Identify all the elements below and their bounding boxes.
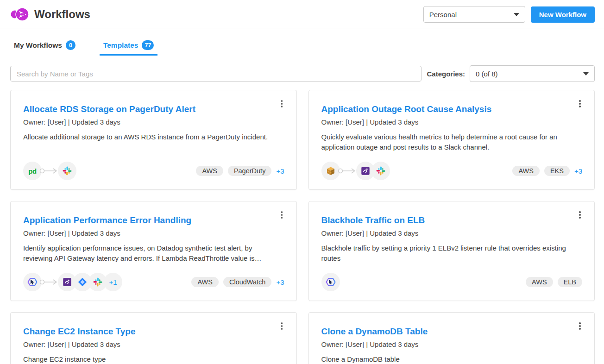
tag-strip: AWSEKS+3	[512, 166, 582, 176]
tag-pill[interactable]: AWS	[196, 166, 223, 176]
workspace-select-value: Personal	[429, 11, 457, 19]
workflow-title-link[interactable]: Allocate RDS Storage on PagerDuty Alert	[23, 104, 284, 114]
kebab-menu-button[interactable]	[575, 98, 585, 110]
search-input[interactable]	[10, 66, 422, 82]
more-integrations-badge[interactable]: +1	[104, 273, 122, 291]
workflow-description: Allocate additional storage to an AWS RD…	[23, 132, 284, 142]
tag-pill[interactable]: EKS	[544, 166, 570, 176]
workspace-select[interactable]: Personal	[423, 6, 525, 23]
workflow-owner-line: Owner: [User] | Updated 3 days	[23, 118, 284, 126]
workflow-owner-line: Owner: [User] | Updated 3 days	[23, 229, 284, 237]
chevron-down-icon	[514, 13, 519, 16]
categories-label: Categories:	[427, 70, 465, 78]
page-title: Workflows	[34, 8, 90, 21]
tag-pill[interactable]: PagerDuty	[228, 166, 272, 176]
workflow-card: Blackhole Traffic on ELB Owner: [User] |…	[308, 201, 595, 301]
pagerduty-icon: pd	[23, 162, 42, 180]
workflow-title-link[interactable]: Change EC2 Instance Type	[23, 326, 284, 337]
aws-icon	[321, 162, 340, 180]
integration-icon-strip	[321, 162, 390, 180]
tag-strip: AWSCloudWatch+3	[191, 277, 284, 287]
kebab-menu-button[interactable]	[277, 98, 287, 110]
kebab-menu-button[interactable]	[575, 209, 585, 221]
more-tags-count[interactable]: +3	[276, 278, 284, 286]
categories-select[interactable]: 0 (of 8)	[470, 65, 595, 82]
workflow-owner-line: Owner: [User] | Updated 3 days	[321, 118, 583, 126]
kebab-menu-button[interactable]	[277, 320, 287, 332]
tag-pill[interactable]: CloudWatch	[223, 277, 271, 287]
workflow-description: Change EC2 instance type	[23, 354, 284, 364]
workflow-description: Identify application performance issues,…	[23, 243, 284, 264]
tab-label: Templates	[103, 41, 138, 50]
page-header: Workflows Personal New Workflow	[0, 0, 604, 29]
workflow-description: Quickly evaluate various health metrics …	[321, 132, 583, 152]
slack-icon	[371, 162, 390, 180]
tab-my-workflows[interactable]: My Workflows 0	[10, 38, 79, 56]
workflow-card-grid: Allocate RDS Storage on PagerDuty Alert …	[0, 82, 604, 364]
workflow-owner-line: Owner: [User] | Updated 3 days	[23, 340, 284, 348]
connector-arrow-icon	[39, 168, 59, 174]
more-tags-count[interactable]: +3	[276, 167, 284, 175]
integration-icon-strip	[321, 273, 340, 291]
slack-icon	[58, 162, 76, 180]
more-tags-count[interactable]: +3	[574, 167, 582, 175]
tab-count-badge: 0	[66, 40, 76, 50]
tab-count-badge: 77	[142, 40, 154, 50]
workflow-owner-line: Owner: [User] | Updated 3 days	[321, 340, 583, 348]
workflow-title-link[interactable]: Clone a DynamoDB Table	[321, 326, 583, 337]
app-logo-icon	[10, 6, 30, 23]
new-workflow-button[interactable]: New Workflow	[531, 6, 595, 23]
workflow-card: Clone a DynamoDB Table Owner: [User] | U…	[308, 312, 595, 364]
hexagon-cursor-icon	[321, 273, 340, 291]
tab-label: My Workflows	[14, 41, 62, 50]
tag-strip: AWSPagerDuty+3	[196, 166, 284, 176]
chevron-down-icon	[583, 72, 589, 75]
connector-arrow-icon	[338, 168, 357, 174]
workflow-card: Change EC2 Instance Type Owner: [User] |…	[10, 312, 297, 364]
workflow-title-link[interactable]: Blackhole Traffic on ELB	[321, 215, 583, 226]
integration-icon-strip: +1	[23, 273, 122, 291]
header-actions: Personal New Workflow	[423, 6, 595, 23]
connector-arrow-icon	[39, 279, 59, 285]
workflow-title-link[interactable]: Application Performance Error Handling	[23, 215, 284, 226]
tab-bar: My Workflows 0 Templates 77	[0, 38, 604, 56]
workflow-card: Allocate RDS Storage on PagerDuty Alert …	[10, 90, 297, 190]
kebab-menu-button[interactable]	[575, 320, 585, 332]
workflow-card: Application Performance Error Handling O…	[10, 201, 297, 301]
tag-pill[interactable]: AWS	[512, 166, 540, 176]
workflow-title-link[interactable]: Application Outage Root Cause Analysis	[321, 104, 583, 114]
filter-bar: Categories: 0 (of 8)	[0, 65, 604, 82]
categories-select-value: 0 (of 8)	[476, 70, 498, 78]
kebab-menu-button[interactable]	[277, 209, 287, 221]
card-footer: +1 AWSCloudWatch+3	[23, 273, 284, 291]
card-footer: pd AWSPagerDuty+3	[23, 162, 284, 180]
tag-strip: AWSELB	[526, 277, 582, 287]
tag-pill[interactable]: AWS	[191, 277, 219, 287]
tab-templates[interactable]: Templates 77	[100, 38, 157, 56]
workflow-card: Application Outage Root Cause Analysis O…	[308, 90, 595, 190]
integration-icon-strip: pd	[23, 162, 76, 180]
workflow-description: Blackhole traffic by setting a priority …	[321, 243, 583, 264]
hexagon-cursor-icon	[23, 273, 42, 291]
workflow-owner-line: Owner: [User] | Updated 3 days	[321, 229, 583, 237]
workflow-description: Clone a DynamoDB table	[321, 354, 583, 364]
card-footer: AWSEKS+3	[321, 162, 583, 180]
card-footer: AWSELB	[321, 273, 583, 291]
tag-pill[interactable]: AWS	[526, 277, 553, 287]
tag-pill[interactable]: ELB	[558, 277, 582, 287]
